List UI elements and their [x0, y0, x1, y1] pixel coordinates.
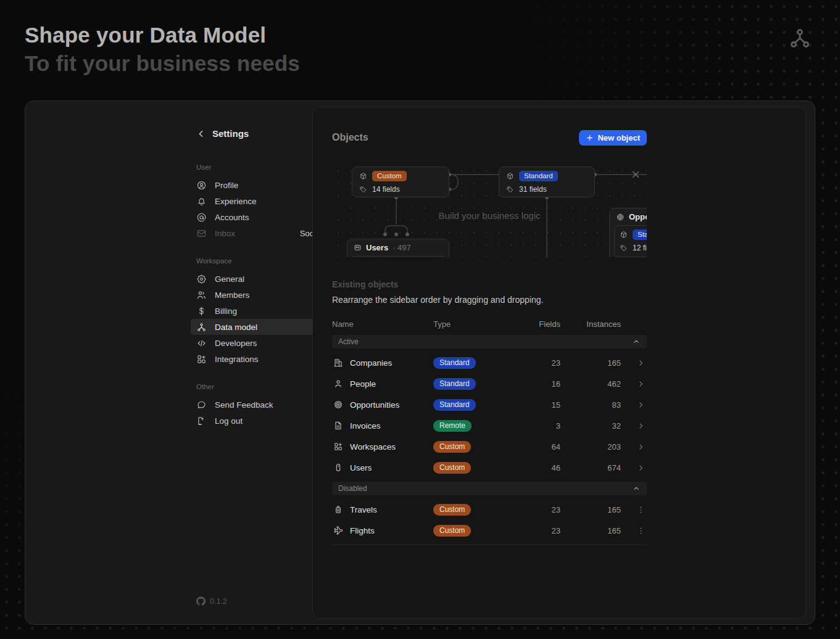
chevron-up-icon: [632, 337, 641, 346]
type-badge: Custom: [433, 504, 471, 516]
diagram-caption: Build your business logic: [332, 210, 647, 221]
github-icon[interactable]: [196, 596, 206, 606]
sidebar-item-integrations[interactable]: Integrations: [191, 351, 324, 367]
table-header: Name Type Fields Instances: [332, 316, 647, 331]
page-header: Shape your Data Model To fit your busine…: [25, 21, 300, 78]
bell-icon: [196, 196, 207, 207]
node-title: Users: [366, 243, 388, 252]
new-object-button[interactable]: New object: [579, 130, 647, 146]
chevron-right-icon: [636, 442, 646, 451]
sidebar-item-label: Integrations: [215, 355, 259, 364]
sidebar-item-log-out[interactable]: Log out: [191, 413, 324, 429]
instances-value: 165: [560, 358, 625, 368]
diagram-node-standard[interactable]: Standard 31 fields: [499, 167, 595, 197]
object-name: Companies: [350, 358, 392, 368]
sidebar-item-label: Members: [215, 291, 249, 300]
objects-panel: Objects New object: [312, 107, 806, 619]
instances-value: 165: [560, 526, 625, 535]
sidebar-item-inbox: Inbox Soon: [191, 225, 324, 241]
plane-icon: [333, 526, 343, 535]
node-count: · 497: [393, 243, 411, 252]
sidebar-item-label: Inbox: [215, 229, 235, 238]
kebab-menu-icon[interactable]: [636, 526, 646, 535]
panel-title: Objects: [332, 132, 368, 143]
logout-icon: [196, 416, 207, 426]
column-name: Name: [332, 320, 433, 329]
existing-objects-description: Rearrange the sidebar order by dragging …: [332, 295, 647, 305]
tag-icon: [620, 244, 628, 252]
section-bar-active[interactable]: Active: [332, 335, 647, 348]
table-row[interactable]: Travels Custom 23 165: [332, 499, 647, 520]
settings-window: Settings User Profile Experience Account…: [25, 101, 815, 625]
table-row[interactable]: Users Custom 46 674: [332, 457, 647, 478]
existing-objects-title: Existing objects: [332, 279, 647, 289]
app-version: 0.1.2: [196, 596, 227, 606]
section-label: Disabled: [338, 484, 367, 493]
sidebar-item-label: Experience: [215, 197, 257, 206]
instances-value: 462: [560, 379, 625, 389]
message-bubble-icon: [196, 400, 207, 410]
fields-count: 14 fields: [372, 185, 400, 194]
kebab-menu-icon[interactable]: [636, 505, 646, 514]
instances-value: 165: [560, 505, 625, 514]
device-icon: [354, 244, 362, 252]
table-row[interactable]: Flights Custom 23 165: [332, 520, 647, 541]
mouse-icon: [333, 463, 343, 472]
chevron-right-icon: [636, 421, 646, 431]
instances-value: 203: [560, 442, 625, 451]
sidebar-item-experience[interactable]: Experience: [191, 193, 324, 209]
type-badge: Remote: [433, 420, 472, 432]
type-badge: Standard: [433, 357, 476, 369]
sidebar-item-label: Developers: [215, 339, 257, 348]
type-badge: Standard: [433, 378, 476, 390]
node-fields-box: [352, 256, 444, 257]
section-label-user: User: [196, 163, 318, 171]
tag-icon: [359, 186, 367, 194]
file-icon: [333, 421, 343, 431]
chevron-right-icon: [636, 400, 646, 410]
type-badge: Standard: [433, 399, 476, 411]
table-row[interactable]: Invoices Remote 3 32: [332, 415, 647, 436]
diagram-node-opportunities[interactable]: Opportunities Standard: [609, 208, 647, 257]
table-row[interactable]: People Standard 16 462: [332, 373, 647, 394]
section-label-other: Other: [196, 383, 318, 390]
section-bar-disabled[interactable]: Disabled: [332, 482, 647, 495]
table-row[interactable]: Companies Standard 23 165: [332, 352, 647, 373]
sidebar-item-label: Profile: [215, 181, 238, 190]
type-badge: Custom: [372, 171, 407, 181]
users-icon: [196, 290, 207, 300]
type-badge: Standard: [519, 171, 558, 181]
cube-icon: [620, 231, 628, 239]
grid-plus-icon: [333, 442, 343, 451]
version-label: 0.1.2: [210, 597, 227, 606]
inbox-icon: [196, 228, 207, 239]
cube-icon: [359, 172, 367, 180]
gear-icon: [196, 274, 207, 284]
sidebar-item-members[interactable]: Members: [191, 287, 324, 303]
table-row[interactable]: Opportunities Standard 15 83: [332, 394, 647, 415]
fields-value: 64: [520, 442, 560, 451]
sidebar-item-developers[interactable]: Developers: [191, 335, 324, 351]
object-name: Invoices: [350, 421, 381, 431]
sidebar-item-profile[interactable]: Profile: [191, 177, 324, 193]
diagram-node-custom[interactable]: Custom 14 fields: [352, 167, 449, 197]
sidebar-item-general[interactable]: General: [191, 271, 324, 287]
at-sign-icon: [196, 212, 207, 223]
sidebar-item-send-feedback[interactable]: Send Feedback: [191, 397, 324, 413]
sidebar-item-label: Data model: [215, 323, 257, 332]
page-title: Shape your Data Model: [25, 21, 300, 49]
instances-value: 674: [560, 463, 625, 472]
node-title: Opportunities: [629, 212, 647, 221]
diagram-node-users[interactable]: Users · 497: [347, 239, 449, 257]
sidebar-item-accounts[interactable]: Accounts: [191, 209, 324, 225]
object-name: Flights: [350, 526, 375, 535]
fields-count: 12 fields: [633, 244, 647, 252]
sidebar-item-billing[interactable]: Billing: [191, 303, 324, 319]
objects-table: Name Type Fields Instances Active: [332, 316, 647, 545]
fields-count: 31 fields: [519, 185, 547, 194]
page-subtitle: To fit your business needs: [25, 49, 300, 78]
type-badge: Custom: [433, 441, 471, 453]
sidebar-item-data-model[interactable]: Data model: [191, 319, 324, 335]
settings-back-button[interactable]: Settings: [196, 128, 318, 139]
table-row[interactable]: Workspaces Custom 64 203: [332, 436, 647, 457]
